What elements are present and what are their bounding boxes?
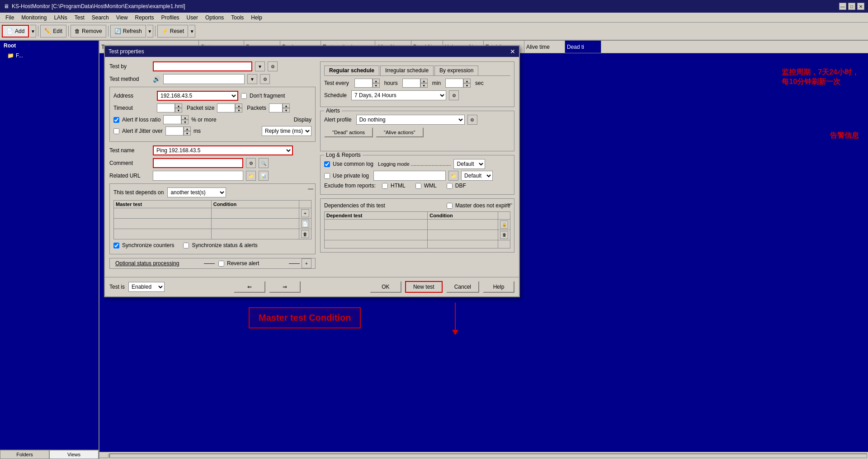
next-button[interactable]: ⇒ (269, 281, 301, 293)
packet-size-up[interactable]: ▲ (235, 103, 242, 108)
cancel-button[interactable]: Cancel (446, 281, 479, 293)
address-select[interactable]: 192.168.43.5 (157, 91, 238, 101)
minimize-button[interactable]: — (839, 3, 846, 10)
menu-item-view[interactable]: View (113, 14, 132, 22)
ok-button[interactable]: OK (370, 281, 401, 293)
dep-icon-2[interactable]: 🗑 (500, 231, 508, 239)
packets-spin-btns[interactable]: ▲ ▼ (283, 103, 290, 112)
wml-checkbox[interactable] (415, 183, 421, 189)
irregular-schedule-tab[interactable]: Irregular schedule (380, 66, 434, 75)
menu-item-reports[interactable]: Reports (132, 14, 158, 22)
test-method-input[interactable]: Ping (163, 74, 245, 84)
menu-item-tools[interactable]: Tools (227, 14, 247, 22)
alert-loss-checkbox[interactable] (113, 117, 119, 123)
private-log-select[interactable]: Default (461, 171, 493, 181)
alert-profile-select[interactable]: Do nothing (356, 115, 465, 125)
packet-size-spinner[interactable]: 0 ▲ ▼ (217, 103, 242, 112)
dead-actions-button[interactable]: "Dead" actions (324, 127, 373, 137)
dep-collapse[interactable]: — (507, 201, 512, 207)
regular-schedule-tab[interactable]: Regular schedule (324, 66, 379, 75)
menu-item-options[interactable]: Options (202, 14, 227, 22)
packets-spinner[interactable]: 4 ▲ ▼ (269, 103, 290, 112)
packets-down[interactable]: ▼ (283, 108, 290, 112)
alive-actions-button[interactable]: "Alive actions" (376, 127, 424, 137)
timeout-spin-btns[interactable]: ▲ ▼ (175, 103, 182, 112)
minutes-up[interactable]: ▲ (420, 79, 428, 83)
depends-collapse[interactable]: — (308, 186, 313, 192)
seconds-value[interactable]: 0 (445, 79, 463, 88)
alert-profile-settings[interactable]: ⚙ (467, 115, 477, 125)
new-test-button[interactable]: New test (405, 281, 443, 293)
title-bar-controls[interactable]: — □ ✕ (839, 3, 864, 10)
reset-dropdown-arrow[interactable]: ▼ (189, 25, 195, 37)
menu-item-file[interactable]: File (2, 14, 18, 22)
add-dep-btn[interactable]: + (301, 209, 309, 217)
timeout-spinner[interactable]: 2000 ▲ ▼ (157, 103, 182, 112)
minutes-value[interactable]: 10 (402, 79, 420, 88)
related-url-btn1[interactable]: 📁 (246, 171, 256, 181)
hours-up[interactable]: ▲ (373, 79, 380, 83)
hours-value[interactable]: 0 (354, 79, 373, 88)
dep-icon-1[interactable]: 🔒 (500, 220, 508, 229)
comment-settings[interactable]: ⚙ (246, 158, 256, 168)
sync-status-checkbox[interactable] (183, 243, 189, 248)
dont-fragment-checkbox[interactable] (241, 93, 247, 99)
test-is-select[interactable]: Enabled (128, 282, 165, 292)
alert-loss-value[interactable]: 100 (163, 115, 181, 124)
tree-folder[interactable]: 📁 F... (0, 51, 99, 61)
test-by-settings[interactable]: ⚙ (268, 61, 278, 71)
close-button[interactable]: ✕ (857, 3, 864, 10)
alert-loss-up[interactable]: ▲ (181, 115, 189, 120)
related-url-input[interactable] (153, 171, 243, 181)
reverse-alert-checkbox[interactable] (218, 261, 224, 267)
packet-size-down[interactable]: ▼ (235, 108, 242, 112)
minutes-down[interactable]: ▼ (420, 83, 428, 88)
menu-item-user[interactable]: User (183, 14, 202, 22)
comment-search[interactable]: 🔍 (259, 158, 269, 168)
private-log-checkbox[interactable] (324, 173, 330, 179)
alert-jitter-checkbox[interactable] (113, 128, 119, 134)
alert-jitter-spinner[interactable]: 100 ▲ ▼ (165, 126, 191, 136)
packet-size-spin-btns[interactable]: ▲ ▼ (235, 103, 242, 112)
dialog-close-button[interactable]: ✕ (510, 48, 515, 55)
test-method-dropdown[interactable]: ▼ (247, 74, 257, 84)
alert-jitter-spin-btns[interactable]: ▲ ▼ (184, 126, 191, 136)
hours-spin-btns[interactable]: ▲ ▼ (373, 79, 380, 88)
master-not-expire-checkbox[interactable] (447, 203, 453, 209)
alert-loss-spin-btns[interactable]: ▲ ▼ (181, 115, 189, 124)
del-dep-btn[interactable]: 🗑 (301, 230, 309, 238)
alert-loss-spinner[interactable]: 100 ▲ ▼ (163, 115, 189, 124)
schedule-select[interactable]: 7 Days, 24 Hours (351, 90, 446, 100)
bottom-scrollbar[interactable] (99, 452, 868, 459)
maximize-button[interactable]: □ (848, 3, 855, 10)
seconds-spin-btns[interactable]: ▲ ▼ (463, 79, 471, 88)
add-dropdown-arrow[interactable]: ▼ (30, 25, 36, 37)
tree-root-label[interactable]: Root (0, 41, 99, 51)
views-tab[interactable]: Views (49, 450, 99, 459)
help-button[interactable]: Help (483, 281, 514, 293)
copy-dep-btn[interactable]: 📄 (301, 220, 309, 228)
html-checkbox[interactable] (382, 183, 388, 189)
common-log-checkbox[interactable] (324, 161, 330, 167)
logging-mode-select[interactable]: Default (453, 159, 485, 169)
menu-item-search[interactable]: Search (88, 14, 113, 22)
refresh-dropdown-arrow[interactable]: ▼ (147, 25, 153, 37)
test-by-dropdown[interactable]: ▼ (255, 61, 265, 71)
minutes-spin-btns[interactable]: ▲ ▼ (420, 79, 428, 88)
comment-input[interactable]: Ping 192.168.43.5 (153, 158, 243, 168)
dbf-checkbox[interactable] (447, 183, 453, 189)
menu-item-help[interactable]: Help (247, 14, 266, 22)
depends-select[interactable]: another test(s) (167, 187, 226, 197)
packets-up[interactable]: ▲ (283, 103, 290, 108)
alert-jitter-value[interactable]: 100 (165, 126, 184, 136)
related-url-btn2[interactable]: 📊 (259, 171, 269, 181)
seconds-down[interactable]: ▼ (463, 83, 471, 88)
private-log-browse[interactable]: 📁 (448, 171, 458, 181)
folders-tab[interactable]: Folders (0, 450, 49, 459)
hours-down[interactable]: ▼ (373, 83, 380, 88)
timeout-down[interactable]: ▼ (175, 108, 182, 112)
menu-item-lans[interactable]: LANs (50, 14, 71, 22)
packets-value[interactable]: 4 (269, 103, 283, 112)
edit-button[interactable]: ✏️ Edit (40, 25, 66, 37)
alert-loss-down[interactable]: ▼ (181, 120, 189, 124)
